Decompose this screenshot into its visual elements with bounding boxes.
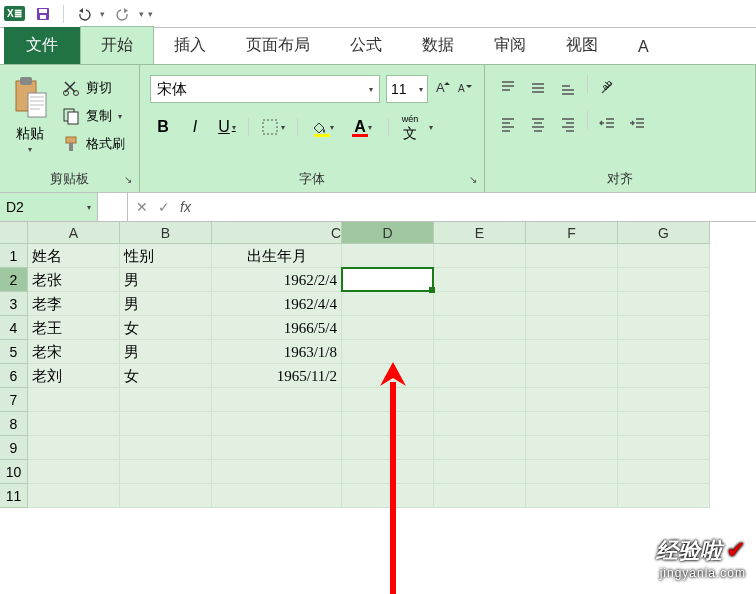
col-header-E[interactable]: E (434, 222, 526, 244)
fill-color-button[interactable]: ▾ (306, 113, 338, 141)
row-header[interactable]: 2 (0, 268, 28, 292)
tab-home[interactable]: 开始 (80, 26, 154, 64)
cell-C5[interactable]: 1963/1/8 (212, 340, 342, 364)
col-header-F[interactable]: F (526, 222, 618, 244)
font-name-combo[interactable]: 宋体 ▾ (150, 75, 380, 103)
formula-input[interactable] (199, 193, 756, 221)
cell-F1[interactable] (526, 244, 618, 268)
cell-C2[interactable]: 1962/2/4 (212, 268, 342, 292)
cell-D7[interactable] (342, 388, 434, 412)
copy-dropdown[interactable]: ▾ (118, 112, 122, 121)
cell-A5[interactable]: 老宋 (28, 340, 120, 364)
cell-F11[interactable] (526, 484, 618, 508)
decrease-indent-button[interactable] (594, 111, 620, 137)
tab-review[interactable]: 审阅 (474, 27, 546, 64)
cell-G7[interactable] (618, 388, 710, 412)
cell-G1[interactable] (618, 244, 710, 268)
cell-E2[interactable] (434, 268, 526, 292)
formula-cancel-button[interactable]: ✕ (136, 199, 148, 215)
insert-function-button[interactable]: fx (180, 199, 191, 215)
redo-dropdown[interactable]: ▾ (139, 9, 144, 19)
cell-B2[interactable]: 男 (120, 268, 212, 292)
redo-button[interactable] (111, 3, 135, 25)
cell-B1[interactable]: 性别 (120, 244, 212, 268)
row-header[interactable]: 10 (0, 460, 28, 484)
tab-view[interactable]: 视图 (546, 27, 618, 64)
cell-A4[interactable]: 老王 (28, 316, 120, 340)
cell-B11[interactable] (120, 484, 212, 508)
cell-F3[interactable] (526, 292, 618, 316)
undo-dropdown[interactable]: ▾ (100, 9, 105, 19)
cell-E9[interactable] (434, 436, 526, 460)
cell-A3[interactable]: 老李 (28, 292, 120, 316)
font-color-button[interactable]: A ▾ (350, 113, 376, 141)
orientation-button[interactable]: ab (594, 75, 620, 101)
cut-button[interactable]: 剪切 (58, 77, 129, 99)
cell-A7[interactable] (28, 388, 120, 412)
cell-B9[interactable] (120, 436, 212, 460)
copy-button[interactable]: 复制 ▾ (58, 105, 129, 127)
row-header[interactable]: 6 (0, 364, 28, 388)
cell-C10[interactable] (212, 460, 342, 484)
cell-D2[interactable] (342, 268, 434, 292)
increase-font-button[interactable]: A (434, 78, 452, 100)
italic-button[interactable]: I (182, 113, 208, 141)
cell-G8[interactable] (618, 412, 710, 436)
paste-button[interactable] (10, 75, 50, 123)
col-header-A[interactable]: A (28, 222, 120, 244)
align-top-button[interactable] (495, 75, 521, 101)
align-middle-button[interactable] (525, 75, 551, 101)
cell-E6[interactable] (434, 364, 526, 388)
row-header[interactable]: 9 (0, 436, 28, 460)
cell-F8[interactable] (526, 412, 618, 436)
col-header-B[interactable]: B (120, 222, 212, 244)
cell-D5[interactable] (342, 340, 434, 364)
cell-C1[interactable]: 出生年月 (212, 244, 342, 268)
cell-B3[interactable]: 男 (120, 292, 212, 316)
cell-D4[interactable] (342, 316, 434, 340)
paste-dropdown[interactable]: ▾ (28, 145, 32, 154)
qat-customize-dropdown[interactable]: ▾ (148, 9, 153, 19)
cell-C7[interactable] (212, 388, 342, 412)
cell-B4[interactable]: 女 (120, 316, 212, 340)
col-header-C[interactable]: C (212, 222, 342, 244)
row-header[interactable]: 8 (0, 412, 28, 436)
font-launcher[interactable]: ↘ (466, 174, 480, 188)
cell-G9[interactable] (618, 436, 710, 460)
format-painter-button[interactable]: 格式刷 (58, 133, 129, 155)
cell-F5[interactable] (526, 340, 618, 364)
cell-A2[interactable]: 老张 (28, 268, 120, 292)
cell-G6[interactable] (618, 364, 710, 388)
increase-indent-button[interactable] (624, 111, 650, 137)
cell-E8[interactable] (434, 412, 526, 436)
tab-extra[interactable]: A (618, 30, 669, 64)
formula-enter-button[interactable]: ✓ (158, 199, 170, 215)
cell-A10[interactable] (28, 460, 120, 484)
tab-file[interactable]: 文件 (4, 27, 80, 64)
cell-D10[interactable] (342, 460, 434, 484)
col-header-G[interactable]: G (618, 222, 710, 244)
name-box[interactable]: D2 ▾ (0, 193, 98, 221)
align-left-button[interactable] (495, 111, 521, 137)
cell-B5[interactable]: 男 (120, 340, 212, 364)
cell-G11[interactable] (618, 484, 710, 508)
cell-E4[interactable] (434, 316, 526, 340)
cell-E11[interactable] (434, 484, 526, 508)
cell-G4[interactable] (618, 316, 710, 340)
cell-A1[interactable]: 姓名 (28, 244, 120, 268)
row-header[interactable]: 1 (0, 244, 28, 268)
row-header[interactable]: 5 (0, 340, 28, 364)
cell-E10[interactable] (434, 460, 526, 484)
cell-E1[interactable] (434, 244, 526, 268)
cell-D9[interactable] (342, 436, 434, 460)
row-header[interactable]: 4 (0, 316, 28, 340)
cell-G2[interactable] (618, 268, 710, 292)
tab-insert[interactable]: 插入 (154, 27, 226, 64)
decrease-font-button[interactable]: A (456, 78, 474, 100)
save-button[interactable] (31, 3, 55, 25)
row-header[interactable]: 3 (0, 292, 28, 316)
cell-B7[interactable] (120, 388, 212, 412)
cell-A6[interactable]: 老刘 (28, 364, 120, 388)
cell-A9[interactable] (28, 436, 120, 460)
clipboard-launcher[interactable]: ↘ (121, 174, 135, 188)
